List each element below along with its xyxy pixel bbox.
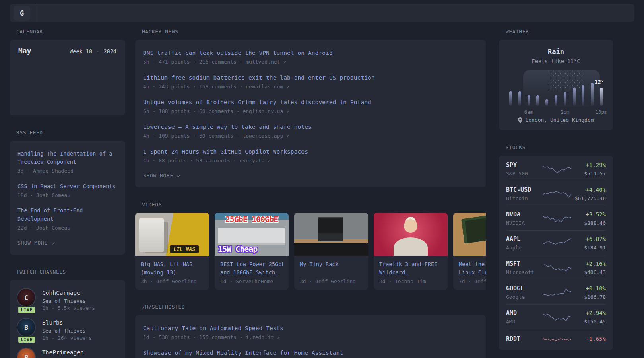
stock-identity: BTC-USD Bitcoin (506, 186, 540, 201)
calendar-day[interactable] (45, 84, 60, 95)
calendar-day[interactable] (16, 84, 31, 95)
stock-row[interactable]: NVDA NVIDIA +3.52% $888.40 (506, 206, 606, 230)
video-card[interactable]: My Tiny Rack 3d · Jeff Geerling (294, 213, 368, 290)
video-title-line1: Meet the (459, 260, 486, 268)
page-tab[interactable] (39, 4, 50, 22)
page-tab[interactable] (60, 4, 70, 22)
stock-row[interactable]: SPY S&P 500 +1.29% $511.57 (506, 157, 606, 181)
weather-hour-label: 2pm (561, 109, 570, 115)
video-title[interactable]: Big NAS, Lil NAS (moving 13) (141, 260, 204, 278)
stock-sparkline (543, 334, 571, 344)
calendar-day[interactable] (75, 84, 89, 95)
calendar-day[interactable] (16, 69, 31, 80)
calendar-day[interactable] (31, 69, 45, 80)
calendar-day[interactable] (31, 99, 45, 110)
hackernews-item-title[interactable]: Unique volumes of Brothers Grimm fairy t… (143, 98, 371, 107)
stock-row[interactable]: MSFT Microsoft +2.16% $406.43 (506, 255, 606, 280)
twitch-channel-row[interactable]: P ThePrimeagen (17, 348, 117, 358)
twitch-channel-name[interactable]: ThePrimeagen (42, 348, 84, 356)
twitch-channel-meta: 1h · 264 viewers (42, 335, 92, 341)
rss-item-title[interactable]: Handling The Indentation of a Treeview C… (17, 150, 117, 166)
video-card[interactable]: FAS Meet the Linux Clu 7d · Jeff Geerlin… (453, 213, 486, 290)
stock-price: $184.91 (584, 245, 606, 251)
calendar-grid (16, 61, 119, 64)
hackernews-item: Lithium-free sodium batteries exit the l… (143, 73, 478, 90)
calendar-day[interactable] (75, 69, 89, 80)
video-title[interactable]: Meet the Linux Clu (459, 260, 486, 278)
hackernews-item-stats: 6h · 188 points · 60 comments · (143, 108, 240, 114)
weather-bar (582, 85, 584, 106)
stock-values: +2.94% $150.45 (584, 309, 606, 325)
calendar-day[interactable] (89, 99, 104, 110)
video-title[interactable]: My Tiny Rack (300, 260, 363, 278)
page-tab[interactable] (70, 4, 81, 22)
calendar-day[interactable] (75, 99, 89, 110)
hackernews-item-domain-link[interactable]: english.nv.ua ↗ (242, 108, 289, 114)
video-thumbnail[interactable] (294, 213, 368, 256)
stock-row[interactable]: AAPL Apple +6.87% $184.91 (506, 230, 606, 255)
calendar-day[interactable] (31, 84, 45, 95)
twitch-channel-name[interactable]: Blurbs (42, 319, 92, 327)
rss-show-more-button[interactable]: SHOW MORE (17, 239, 54, 251)
calendar-day[interactable] (89, 69, 104, 80)
calendar-day[interactable] (60, 99, 75, 110)
calendar-week-label: Week 18 · 2024 (70, 48, 116, 54)
hackernews-item-title[interactable]: DNS traffic can leak outside the VPN tun… (143, 49, 333, 57)
rss-item-meta: 3d · Ahmad Shadeed (17, 168, 117, 174)
stock-row[interactable]: AMD AMD +2.94% $150.45 (506, 304, 606, 329)
reddit-item-domain-link[interactable]: i.redd.it ↗ (246, 334, 280, 340)
twitch-channel-row[interactable]: C LIVE CohhCarnage Sea of Thieves 1h · 5… (17, 289, 117, 311)
stock-company-name: Microsoft (506, 269, 540, 275)
video-card[interactable]: Traefik 3 and FREE Wildcard… 3d · Techno… (374, 213, 448, 290)
video-thumbnail[interactable]: LIL NAS (135, 213, 209, 256)
stock-row[interactable]: BTC-USD Bitcoin +4.40% $61,725.48 (506, 181, 606, 206)
stock-row[interactable]: RDDT -1.65% (506, 329, 606, 349)
stock-price: $406.43 (584, 269, 606, 275)
weather-location: London, United Kingdom (525, 117, 594, 123)
hackernews-item-domain-link[interactable]: mullvad.net ↗ (246, 59, 286, 65)
video-thumbnail[interactable]: 25GbE 100GbE 15W Cheap (215, 213, 289, 256)
video-card[interactable]: LIL NAS Big NAS, Lil NAS (moving 13) 3h … (135, 213, 209, 290)
calendar-day[interactable] (60, 84, 75, 95)
twitch-channel-name[interactable]: CohhCarnage (42, 289, 95, 297)
hackernews-item-domain-link[interactable]: every.to ↗ (240, 158, 271, 163)
hackernews-item-title[interactable]: Lowercase – A simple way to take and sha… (143, 123, 312, 131)
calendar-day[interactable] (104, 69, 119, 80)
calendar-day[interactable] (89, 84, 104, 95)
stock-sparkline (543, 263, 571, 273)
hackernews-item-title[interactable]: Lithium-free sodium batteries exit the l… (143, 73, 375, 82)
reddit-item-title[interactable]: Cautionary Tale on Automated Speed Tests (143, 324, 283, 333)
stock-values: +3.52% $888.40 (584, 211, 606, 226)
stock-identity: AAPL Apple (506, 235, 540, 251)
stock-sparkline (543, 238, 571, 248)
hackernews-item-domain-link[interactable]: newatlas.com ↗ (246, 84, 289, 90)
video-thumbnail[interactable] (374, 213, 448, 256)
stock-sparkline (543, 164, 571, 174)
rss-item-title[interactable]: The End of Front-End Development (17, 206, 117, 223)
section-header-videos: VIDEOS (142, 202, 486, 208)
video-meta: 7d · Jeff Geerling (459, 278, 486, 284)
rss-item-title[interactable]: CSS in React Server Components (17, 182, 116, 191)
twitch-avatar-wrap: P (17, 348, 36, 358)
calendar-day[interactable] (104, 84, 119, 95)
hackernews-item-domain-link[interactable]: lowercase.app ↗ (242, 133, 289, 139)
video-card[interactable]: 25GbE 100GbE 15W Cheap BEST Low Power 25… (215, 213, 289, 290)
calendar-day[interactable] (104, 99, 119, 110)
reddit-item-title[interactable]: Showcase of my Mixed Reality Interface f… (143, 348, 343, 357)
reddit-item: Cautionary Tale on Automated Speed Tests… (143, 324, 478, 340)
app-logo[interactable]: G (14, 6, 30, 21)
calendar-day[interactable] (45, 69, 60, 80)
live-badge: LIVE (17, 306, 36, 314)
calendar-day[interactable] (45, 99, 60, 110)
video-thumbnail[interactable]: FAS (453, 213, 486, 256)
video-title[interactable]: Traefik 3 and FREE Wildcard… (379, 260, 442, 278)
video-title[interactable]: BEST Low Power 25GbE and 100GbE Switch… (220, 260, 283, 278)
twitch-channel-row[interactable]: B LIVE Blurbs Sea of Thieves 1h · 264 vi… (17, 319, 117, 341)
hackernews-show-more-button[interactable]: SHOW MORE (143, 172, 180, 184)
hackernews-item-title[interactable]: I Spent 24 Hours with GitHub Copilot Wor… (143, 147, 308, 156)
calendar-day[interactable] (60, 69, 75, 80)
stock-row[interactable]: GOOGL Google +0.10% $166.78 (506, 280, 606, 304)
calendar-day[interactable] (16, 99, 31, 110)
page-tab[interactable] (50, 4, 60, 22)
stock-identity: GOOGL Google (506, 285, 540, 300)
